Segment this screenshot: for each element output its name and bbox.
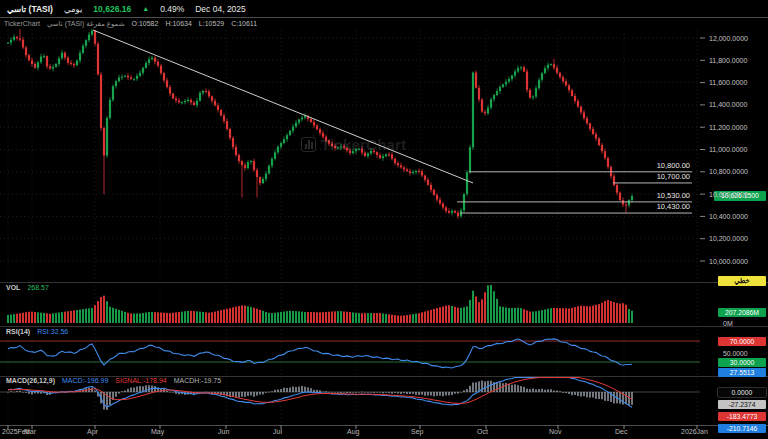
rsi-axis-badge: 70.0000 xyxy=(718,337,766,346)
time-axis-label: Mar xyxy=(24,428,36,435)
low-value: L:10529 xyxy=(199,20,224,28)
price-axis-label: 12,000.0000 xyxy=(709,35,768,42)
time-axis-label: May xyxy=(151,428,164,435)
volume-zero-label: 0M xyxy=(723,320,768,327)
date-label: Dec 04, 2025 xyxy=(195,4,246,14)
macd-axis-badge: -183.4773 xyxy=(718,412,766,421)
macd-indicator-name[interactable]: MACD(26,12,9) xyxy=(6,377,55,384)
price-axis-label: 11,800.0000 xyxy=(709,57,768,64)
time-axis-label: Sep xyxy=(411,428,423,435)
vol-value: 268.57 xyxy=(27,284,48,291)
change-percent: 0.49% xyxy=(160,4,184,14)
rsi-axis-badge: 30.0000 xyxy=(718,358,766,367)
time-axis-label: 2026Jan xyxy=(681,428,708,435)
rsi-panel-label: RSI(14) RSI:32.56 xyxy=(6,328,68,335)
level-line-label: 10,800.00 xyxy=(620,162,690,170)
level-line-label: 10,700.00 xyxy=(620,173,690,181)
price-axis-label: 10,600.0000 xyxy=(709,191,768,198)
tickerchart-app: تاسي (TASI) يومي 10,626.16 ▲ 0.49% Dec 0… xyxy=(0,0,768,439)
titlebar-divider xyxy=(0,17,768,18)
macd-axis-badge: -210.7146 xyxy=(718,424,766,433)
instrument-label: تاسي (TASI) شموع مفرغة xyxy=(47,20,125,28)
time-axis-label: Jun xyxy=(218,428,229,435)
tickerchart-watermark: TickerChart xyxy=(301,136,406,153)
macd-axis-badge: 0.0000 xyxy=(718,388,766,397)
rsi-axis-badge: 27.5513 xyxy=(718,368,766,377)
app-name: TickerChart xyxy=(4,20,40,28)
chart-canvas[interactable] xyxy=(0,0,768,439)
price-axis-label: 11,000.0000 xyxy=(709,146,768,153)
time-axis-label: Nov xyxy=(549,428,561,435)
close-value: C:10611 xyxy=(231,20,257,28)
macd-value: MACD:-196.99 xyxy=(62,377,108,384)
price-axis-label: 11,400.0000 xyxy=(709,101,768,108)
ohlc-readout: TickerChart تاسي (TASI) شموع مفرغة O:105… xyxy=(4,20,257,28)
symbol-name: تاسي (TASI) xyxy=(7,4,53,14)
macd-axis-badge: -27.2374 xyxy=(718,400,766,409)
time-axis-label: Dec xyxy=(615,428,627,435)
rsi-value: RSI:32.56 xyxy=(37,328,68,335)
volume-current-badge: 207.2086M xyxy=(718,308,766,317)
high-value: H:10634 xyxy=(165,20,191,28)
tickerchart-logo-icon xyxy=(301,137,316,152)
level-line-label: 10,430.00 xyxy=(620,203,690,211)
open-value: O:10582 xyxy=(132,20,159,28)
price-axis-label: 11,600.0000 xyxy=(709,79,768,86)
time-axis-label: Oct xyxy=(477,428,488,435)
signal-value: SIGNAL:-178.94 xyxy=(115,377,166,384)
rsi-indicator-name[interactable]: RSI(14) xyxy=(6,328,30,335)
price-axis-label: 11,200.0000 xyxy=(709,124,768,131)
level-line-label: 10,530.00 xyxy=(620,192,690,200)
price-axis-label: 10,800.0000 xyxy=(709,168,768,175)
last-price: 10,626.16 xyxy=(93,4,131,14)
vol-indicator-name[interactable]: VOL xyxy=(6,284,20,291)
title-bar: تاسي (TASI) يومي 10,626.16 ▲ 0.49% Dec 0… xyxy=(0,0,768,17)
timeframe-label[interactable]: يومي xyxy=(64,4,82,14)
time-axis-label: Apr xyxy=(87,428,98,435)
time-axis-label: Jul xyxy=(273,428,282,435)
price-axis-label: 10,000.0000 xyxy=(709,258,768,265)
price-axis-label: 10,400.0000 xyxy=(709,213,768,220)
volume-panel-label: VOL 268.57 xyxy=(6,284,49,291)
axis-scale-badge[interactable]: خطي xyxy=(718,276,766,286)
price-axis-label: 10,200.0000 xyxy=(709,235,768,242)
macd-hist-value: MACDH:-19.75 xyxy=(174,377,221,384)
up-arrow-icon: ▲ xyxy=(142,5,149,12)
macd-panel-label: MACD(26,12,9) MACD:-196.99 SIGNAL:-178.9… xyxy=(6,377,221,384)
time-axis-label: Aug xyxy=(347,428,359,435)
rsi-axis-badge: 50.0000 xyxy=(723,349,768,358)
